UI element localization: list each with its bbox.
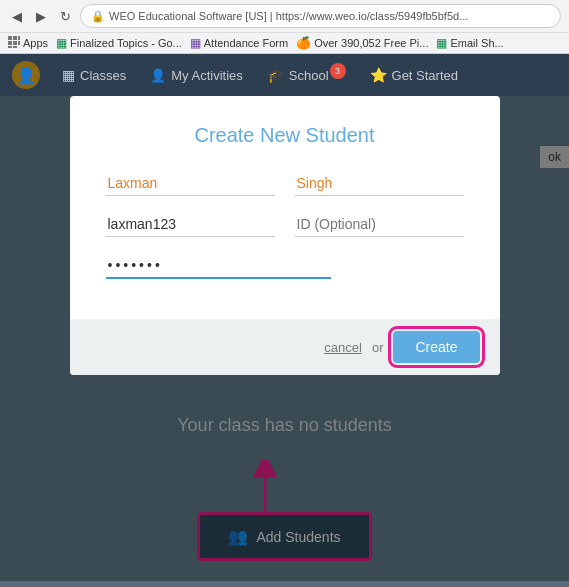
bookmark-free-label: Over 390,052 Free Pi...	[314, 37, 428, 49]
nav-school[interactable]: 🎓 School 3	[255, 54, 358, 96]
classes-icon: ▦	[62, 67, 75, 83]
nav-my-activities-label: My Activities	[171, 68, 243, 83]
finalized-icon: ▦	[56, 36, 67, 50]
app-navbar: 👤 ▦ Classes 👤 My Activities 🎓 School 3 ⭐…	[0, 54, 569, 96]
forward-button[interactable]: ▶	[32, 7, 50, 25]
or-text: or	[372, 340, 384, 355]
free-icon: 🍊	[296, 36, 311, 50]
address-text: WEO Educational Software [US] | https://…	[109, 10, 468, 22]
main-content: ok Your class has no students 👥 Add Stud…	[0, 96, 569, 581]
cancel-link[interactable]: cancel	[324, 340, 362, 355]
attendance-icon: ▦	[190, 36, 201, 50]
email-icon: ▦	[436, 36, 447, 50]
back-button[interactable]: ◀	[8, 7, 26, 25]
bookmark-attendance[interactable]: ▦ Attendance Form	[190, 36, 288, 50]
bookmark-apps-label: Apps	[23, 37, 48, 49]
password-input[interactable]	[106, 253, 331, 279]
id-input[interactable]	[295, 212, 464, 237]
nav-get-started[interactable]: ⭐ Get Started	[358, 54, 470, 96]
svg-rect-3	[8, 41, 12, 45]
svg-rect-5	[18, 41, 20, 45]
user-avatar[interactable]: 👤	[12, 61, 40, 89]
svg-rect-2	[18, 36, 20, 40]
school-badge: 3	[330, 63, 346, 79]
address-bar[interactable]: 🔒 WEO Educational Software [US] | https:…	[80, 4, 561, 28]
my-activities-icon: 👤	[150, 68, 166, 83]
modal-footer: cancel or Create	[70, 319, 500, 375]
svg-rect-7	[13, 46, 17, 48]
svg-rect-1	[13, 36, 17, 40]
password-spacer	[351, 253, 464, 279]
bookmarks-bar: Apps ▦ Finalized Topics - Go... ▦ Attend…	[0, 32, 569, 53]
modal-body: Create New Student	[70, 96, 500, 319]
svg-rect-6	[8, 46, 12, 48]
svg-rect-0	[8, 36, 12, 40]
bookmark-attendance-label: Attendance Form	[204, 37, 288, 49]
last-name-field	[295, 171, 464, 196]
bookmark-apps[interactable]: Apps	[8, 36, 48, 50]
bookmark-free[interactable]: 🍊 Over 390,052 Free Pi...	[296, 36, 428, 50]
credentials-row	[106, 212, 464, 237]
school-icon: 🎓	[267, 67, 284, 83]
name-row	[106, 171, 464, 196]
create-student-modal: Create New Student	[70, 96, 500, 375]
password-field	[106, 253, 331, 279]
get-started-icon: ⭐	[370, 67, 387, 83]
browser-toolbar: ◀ ▶ ↻ 🔒 WEO Educational Software [US] | …	[0, 0, 569, 32]
refresh-button[interactable]: ↻	[56, 7, 74, 25]
apps-grid-icon	[8, 36, 20, 50]
bookmark-finalized-label: Finalized Topics - Go...	[70, 37, 182, 49]
id-field	[295, 212, 464, 237]
modal-title: Create New Student	[106, 124, 464, 147]
lock-icon: 🔒	[91, 10, 105, 23]
bookmark-email[interactable]: ▦ Email Sh...	[436, 36, 503, 50]
browser-chrome: ◀ ▶ ↻ 🔒 WEO Educational Software [US] | …	[0, 0, 569, 54]
nav-school-label: School	[289, 68, 329, 83]
username-field	[106, 212, 275, 237]
username-input[interactable]	[106, 212, 275, 237]
nav-get-started-label: Get Started	[392, 68, 458, 83]
create-button[interactable]: Create	[393, 331, 479, 363]
nav-classes-label: Classes	[80, 68, 126, 83]
bookmark-email-label: Email Sh...	[450, 37, 503, 49]
bookmark-finalized[interactable]: ▦ Finalized Topics - Go...	[56, 36, 182, 50]
modal-overlay: Create New Student	[0, 96, 569, 581]
avatar-icon: 👤	[16, 66, 36, 85]
nav-my-activities[interactable]: 👤 My Activities	[138, 54, 255, 96]
svg-rect-4	[13, 41, 17, 45]
first-name-input[interactable]	[106, 171, 275, 196]
last-name-input[interactable]	[295, 171, 464, 196]
password-row	[106, 253, 464, 279]
first-name-field	[106, 171, 275, 196]
nav-classes[interactable]: ▦ Classes	[50, 54, 138, 96]
